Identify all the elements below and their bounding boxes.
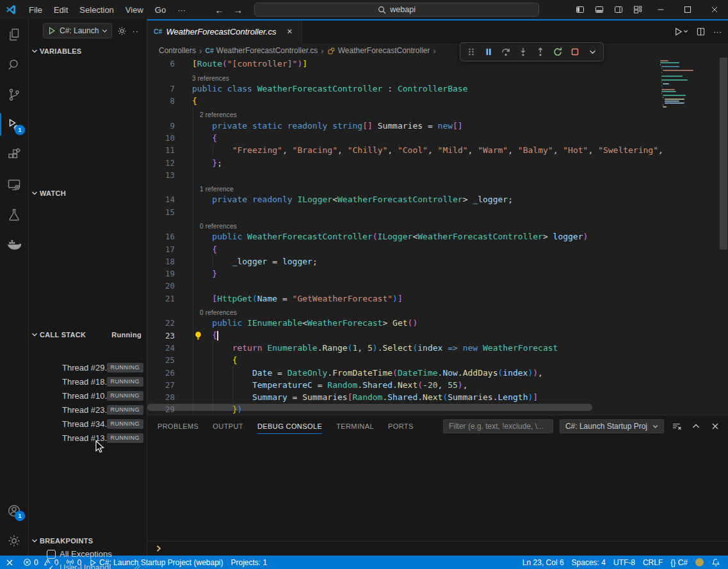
console-filter-input[interactable] [443,419,553,433]
step-over-icon[interactable] [498,44,514,60]
code-line-11[interactable]: 11 "Freezing", "Bracing", "Chilly", "Coo… [147,144,728,156]
code-line-17[interactable]: 17 { [147,243,728,255]
panel-tab-terminal[interactable]: TERMINAL [336,415,374,437]
call-stack-thread[interactable]: Thread #10...RUNNING [29,389,147,403]
panel-tab-ports[interactable]: PORTS [388,415,414,437]
line-number[interactable]: 15 [147,207,175,217]
call-stack-thread[interactable]: Thread #18...RUNNING [29,374,147,389]
layout-sidebar-right-icon[interactable] [609,0,628,19]
stop-icon[interactable] [567,44,583,60]
line-number[interactable]: 6 [147,59,175,68]
line-number[interactable]: 23 [147,331,175,341]
command-center-search[interactable]: webapi [254,3,539,17]
watch-section-header[interactable]: WATCH [29,187,147,200]
activity-testing[interactable] [0,200,28,230]
eol-status[interactable]: CRLF [639,556,667,569]
activity-settings[interactable] [0,525,28,556]
breadcrumb-class[interactable]: WeatherForecastController [327,46,430,55]
breadcrumb-folder[interactable]: Controllers [159,46,196,55]
line-number[interactable]: 9 [147,121,175,131]
nav-back-icon[interactable]: ← [214,4,224,15]
call-stack-section-header[interactable]: CALL STACK Running [29,328,147,341]
call-stack-thread[interactable]: Thread #29...RUNNING [29,360,147,374]
activity-explorer[interactable] [0,19,28,49]
code-line-22[interactable]: 22 public IEnumerable<WeatherForecast> G… [147,317,728,329]
code-line-15[interactable]: 15 [147,206,728,218]
panel-tab-debug-console[interactable]: DEBUG CONSOLE [257,415,322,437]
customize-layout-icon[interactable] [628,0,647,19]
activity-run-and-debug[interactable]: 1 [0,109,28,140]
debug-launch-control[interactable]: C#: Launch [43,23,112,38]
menu-edit[interactable]: Edit [48,3,74,17]
menu-view[interactable]: View [120,3,149,17]
line-number[interactable]: 28 [147,392,175,402]
code-line-21[interactable]: 21 [HttpGet(Name = "GetWeatherForecast")… [147,293,728,305]
call-stack-thread[interactable]: Thread #13...RUNNING [29,431,147,445]
console-target-dropdown[interactable]: C#: Launch Startup Proj [560,419,664,433]
chevron-down-icon[interactable] [585,44,600,60]
projects-status[interactable]: Projects: 1 [227,556,271,569]
cursor-position[interactable]: Ln 23, Col 6 [519,556,568,569]
menu-go[interactable]: Go [149,3,172,17]
line-number[interactable]: 8 [147,96,175,106]
line-number[interactable]: 18 [147,257,175,266]
breadcrumb-file[interactable]: C#WeatherForecastController.cs [205,46,318,55]
call-stack-thread[interactable]: Thread #34...RUNNING [29,417,147,431]
code-line-19[interactable]: 19 } [147,268,728,280]
code-line-28[interactable]: 28 Summary = Summaries[Random.Shared.Nex… [147,391,728,403]
pause-icon[interactable] [481,44,496,60]
code-line-16[interactable]: 16 public WeatherForecastController(ILog… [147,230,728,243]
editor-more-actions[interactable]: ··· [713,27,722,36]
breakpoints-section-header[interactable]: BREAKPOINTS [29,534,147,547]
tab-close-icon[interactable]: × [284,26,295,37]
activity-docker[interactable] [0,230,28,260]
encoding-status[interactable]: UTF-8 [610,556,639,569]
sidebar-more-actions[interactable]: ·· [132,26,139,36]
layout-panel-icon[interactable] [590,0,609,19]
menu-selection[interactable]: Selection [74,3,119,17]
activity-search[interactable] [0,49,28,79]
line-number[interactable]: 22 [147,318,175,328]
menu-file[interactable]: File [23,3,48,17]
line-number[interactable]: 16 [147,232,175,241]
codelens-references[interactable]: 1 reference [147,181,728,193]
panel-tab-output[interactable]: OUTPUT [213,415,243,437]
breakpoint-checkbox[interactable] [47,550,56,559]
line-number[interactable]: 12 [147,158,175,168]
line-number[interactable]: 11 [147,145,175,155]
breakpoint-item[interactable]: All Exceptions [29,547,147,561]
minimap[interactable] [660,58,719,407]
layout-sidebar-left-icon[interactable] [570,0,590,19]
language-mode[interactable]: {} C# [667,556,692,569]
activity-extensions[interactable] [0,140,28,170]
debug-console-output[interactable] [147,437,728,541]
line-number[interactable]: 14 [147,195,175,204]
step-into-icon[interactable] [515,44,531,60]
codelens-references[interactable]: 2 references [147,107,728,119]
codelens-references[interactable]: 0 references [147,305,728,317]
line-number[interactable]: 21 [147,294,175,303]
line-number[interactable]: 17 [147,244,175,254]
split-editor-icon[interactable] [696,27,706,36]
menu-more[interactable]: ··· [172,3,191,17]
breakpoint-item[interactable]: ✓User-Unhandl... [29,561,147,569]
line-number[interactable]: 10 [147,133,175,143]
close-panel-icon[interactable] [709,420,722,433]
minimize-button[interactable] [647,0,674,19]
maximize-panel-icon[interactable] [690,420,702,433]
code-area[interactable]: 6[Route("[controller]")]3 references7pub… [147,58,728,415]
code-line-7[interactable]: 7public class WeatherForecastController … [147,83,728,95]
line-number[interactable]: 7 [147,84,175,93]
code-line-8[interactable]: 8{ [147,95,728,107]
line-number[interactable]: 27 [147,380,175,390]
debug-console-input[interactable] [147,541,728,556]
code-line-26[interactable]: 26 Date = DateOnly.FromDateTime(DateTime… [147,366,728,378]
call-stack-thread[interactable]: Thread #23...RUNNING [29,403,147,417]
restart-icon[interactable] [550,44,565,60]
notifications-bell[interactable] [708,556,724,569]
codelens-references[interactable]: 3 references [147,70,728,82]
indentation-status[interactable]: Spaces: 4 [568,556,610,569]
code-line-18[interactable]: 18 _logger = logger; [147,255,728,268]
line-number[interactable]: 13 [147,170,175,180]
line-number[interactable]: 25 [147,355,175,365]
